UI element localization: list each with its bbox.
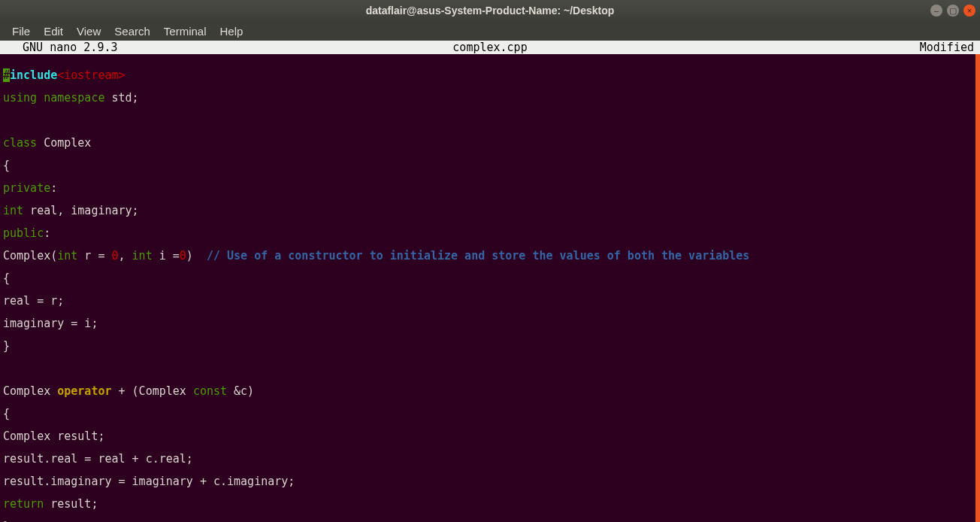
code-token: result; — [44, 497, 98, 511]
code-token: Complex — [37, 136, 91, 150]
code-token: class — [3, 136, 37, 150]
code-token: r = — [77, 249, 111, 263]
cursor: # — [3, 68, 10, 82]
code-token: <iostream> — [57, 68, 125, 82]
code-token: 0 — [180, 249, 186, 263]
code-line: result.real = real + c.real; — [3, 454, 972, 465]
code-token: : — [50, 181, 57, 195]
menu-search[interactable]: Search — [108, 23, 156, 39]
code-line: { — [3, 408, 972, 420]
code-line: } — [3, 341, 972, 352]
code-token: int — [3, 204, 23, 217]
menu-help[interactable]: Help — [214, 23, 250, 39]
code-token: operator — [57, 384, 111, 398]
code-comment: // Use of a constructor to initialize an… — [207, 249, 749, 263]
menubar: File Edit View Search Terminal Help — [0, 21, 980, 41]
code-line: { — [3, 160, 972, 171]
code-line: imaginary = i; — [3, 318, 972, 329]
code-token: 0 — [112, 249, 119, 263]
code-token: : — [44, 226, 50, 240]
menu-terminal[interactable]: Terminal — [158, 23, 213, 39]
code-token: real, imaginary; — [23, 204, 139, 217]
code-token: i = — [153, 249, 180, 263]
code-token: public — [3, 226, 44, 240]
close-icon[interactable]: × — [963, 5, 975, 17]
code-token: Complex — [3, 384, 57, 398]
code-line: Complex result; — [3, 431, 972, 442]
code-line: { — [3, 273, 972, 284]
code-token: , — [119, 249, 132, 263]
code-token: int — [132, 249, 153, 263]
code-token: using — [3, 91, 37, 105]
window-titlebar: dataflair@asus-System-Product-Name: ~/De… — [0, 0, 980, 21]
menu-edit[interactable]: Edit — [38, 23, 69, 39]
code-token: const — [193, 384, 227, 398]
maximize-icon[interactable]: ▢ — [947, 5, 959, 17]
nano-filename: complex.cpp — [0, 41, 980, 54]
editor-area[interactable]: #include<iostream> using namespace std; … — [0, 54, 980, 522]
code-token: return — [3, 497, 44, 511]
code-token: + (Complex — [112, 384, 193, 398]
nano-statusbar: GNU nano 2.9.3 complex.cpp Modified — [0, 41, 980, 54]
code-line: real = r; — [3, 296, 972, 307]
menu-view[interactable]: View — [71, 23, 107, 39]
code-token: private — [3, 181, 50, 195]
code-token: Complex( — [3, 249, 57, 263]
minimize-icon[interactable]: – — [930, 5, 942, 17]
code-token: namespace — [44, 91, 104, 105]
code-token: int — [57, 249, 77, 263]
code-token: include — [10, 68, 57, 82]
code-line: result.imaginary = imaginary + c.imagina… — [3, 476, 972, 487]
window-title: dataflair@asus-System-Product-Name: ~/De… — [0, 5, 980, 17]
code-token: std; — [104, 91, 138, 105]
window-controls: – ▢ × — [930, 5, 975, 17]
code-token — [37, 91, 44, 105]
menu-file[interactable]: File — [6, 23, 36, 39]
code-token: ) — [186, 249, 207, 263]
code-token: &c) — [227, 384, 254, 398]
